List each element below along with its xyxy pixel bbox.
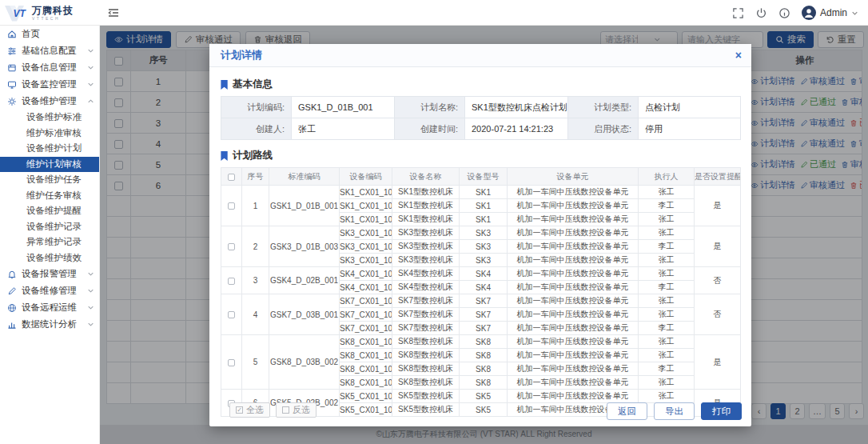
selection-bar: ✓全选反选 [229,402,317,418]
sidebar-item-alarm[interactable]: 设备报警管理 [0,266,99,282]
collapse-sidebar-icon[interactable] [107,6,120,19]
sidebar-item-config[interactable]: 基础信息配置 [0,42,99,59]
device-unit: 机加一车间中压线数控设备单元 [508,226,639,240]
checkbox[interactable] [228,278,235,285]
chevron-down-icon [87,81,94,88]
sidebar-subitem[interactable]: 设备维护提醒 [0,203,99,219]
route-header-row: 序号标准编码设备编码设备名称设备型号设备单元执行人是否设置提醒 [221,168,741,186]
route-seq: 2 [242,226,269,267]
device-unit: 机加一车间中压线数控设备单元 [508,254,639,267]
sidebar-subitem[interactable]: 设备维护标准 [0,110,99,126]
device-model: SK5 [460,403,508,417]
invert-selection-button[interactable]: 反选 [276,402,317,418]
route-col-header: 标准编码 [269,168,340,186]
device-unit: 机加一车间中压线数控设备单元 [508,376,639,390]
sidebar-item-label: 数据统计分析 [22,318,77,330]
plan-route-table: 序号标准编码设备编码设备名称设备型号设备单元执行人是否设置提醒1GSK1_D_0… [221,167,741,417]
select-all-button[interactable]: ✓全选 [229,402,270,418]
route-seq: 5 [242,335,269,390]
sidebar-item-label: 设备信息管理 [22,62,77,74]
route-col-header: 序号 [242,168,269,186]
device-code: SK8_CX01_1001 [340,335,392,349]
device-model: SK3 [460,240,508,254]
device-model: SK7 [460,308,508,322]
device-name: SK1型数控机床 [392,199,460,213]
device-name: SK8型数控机床 [392,376,460,390]
close-icon[interactable]: × [735,48,742,62]
sidebar-subitem-active[interactable]: 维护计划审核 [0,157,99,173]
sidebar-menu: 首页基础信息配置设备信息管理设备监控管理设备维护管理设备维护标准维护标准审核设备… [0,26,99,333]
info-row: 创建人:张工创建时间:2020-07-21 14:21:23启用状态:停用 [221,118,741,140]
sidebar-subitem[interactable]: 维护任务审核 [0,188,99,204]
alarm-icon [7,270,17,279]
print-button[interactable]: 打印 [701,402,742,420]
sidebar-item-home[interactable]: 首页 [0,26,99,42]
sidebar-item-repair[interactable]: 设备维修管理 [0,282,99,299]
sidebar-item-stats[interactable]: 数据统计分析 [0,316,99,333]
sidebar-item-remote[interactable]: 设备远程运维 [0,299,99,316]
modal-header: 计划详情 × [209,44,751,67]
executor: 张工 [639,267,695,281]
device-unit: 机加一车间中压线数控设备单元 [508,267,639,281]
sidebar-subitem[interactable]: 设备维护计划 [0,141,99,157]
sidebar-subitem[interactable]: 设备维护绩效 [0,250,99,266]
sidebar: 首页基础信息配置设备信息管理设备监控管理设备维护管理设备维护标准维护标准审核设备… [0,26,100,444]
device-name: SK4型数控机床 [392,281,460,294]
device-name: SK1型数控机床 [392,186,460,199]
info-value: SK1型数控机床点检计划 [465,97,568,118]
checkbox[interactable] [228,243,235,250]
device-code: SK1_CX01_1001 [340,186,392,199]
device-model: SK3 [460,226,508,240]
device-name: SK5型数控机床 [392,390,460,403]
route-checkbox-cell [221,186,242,226]
checkbox[interactable] [228,202,235,210]
checkbox[interactable] [228,311,235,318]
device-name: SK3型数控机床 [392,254,460,267]
sidebar-subitem[interactable]: 异常维护记录 [0,234,99,250]
executor: 张工 [639,308,695,322]
chevron-down-icon [87,287,94,294]
executor: 张工 [639,335,695,349]
sidebar-subitem[interactable]: 设备维护任务 [0,172,99,188]
chevron-down-icon [87,47,94,54]
sidebar-item-label: 首页 [22,28,40,40]
chevron-up-icon [87,98,94,105]
executor: 李工 [639,199,695,213]
device-info-icon [7,63,17,73]
device-code: SK4_CX01_1001 [340,267,392,281]
app-root: VT 万腾科技 VTTECH Admin [0,0,868,444]
sidebar-item-gear[interactable]: 设备维护管理 [0,93,99,110]
device-name: SK7型数控机床 [392,308,460,322]
route-std-code: GSK7_D_03B_001 [269,294,340,335]
device-model: SK1 [460,199,508,213]
modal-body: 基本信息 计划编码:GSK1_D_01B_001计划名称:SK1型数控机床点检计… [209,67,751,417]
checkbox[interactable] [228,359,235,366]
back-button[interactable]: 返回 [607,402,647,420]
power-icon[interactable] [755,7,767,19]
route-row: 5GSK8_D_03B_002SK8_CX01_1001SK8型数控机床SK8机… [221,335,741,349]
sidebar-item-monitor[interactable]: 设备监控管理 [0,76,99,93]
user-menu[interactable]: Admin [802,6,858,20]
device-unit: 机加一车间中压线数控设备单元 [508,199,639,213]
sidebar-subitem[interactable]: 维护标准审核 [0,126,99,142]
device-unit: 机加一车间中压线数控设备单元 [508,349,639,362]
device-code: SK3_CX01_1002 [340,240,392,254]
checkbox[interactable] [228,174,235,181]
device-model: SK7 [460,294,508,308]
chevron-down-icon [87,64,94,71]
export-button[interactable]: 导出 [654,402,695,420]
executor: 张工 [639,254,695,267]
device-name: SK7型数控机床 [392,294,460,308]
sidebar-item-device-info[interactable]: 设备信息管理 [0,59,99,76]
device-model: SK1 [460,213,508,226]
sidebar-subitem[interactable]: 设备维护记录 [0,219,99,235]
modal-footer: 返回导出打印 [607,402,742,420]
fullscreen-icon[interactable] [732,7,744,19]
info-value: GSK1_D_01B_001 [292,97,395,118]
remind-flag: 否 [695,294,741,335]
info-icon[interactable] [778,7,790,19]
device-name: SK5型数控机床 [392,403,460,417]
info-label: 计划编码: [221,97,292,118]
route-checkbox-cell [221,294,242,335]
route-std-code: GSK8_D_03B_002 [269,335,340,390]
